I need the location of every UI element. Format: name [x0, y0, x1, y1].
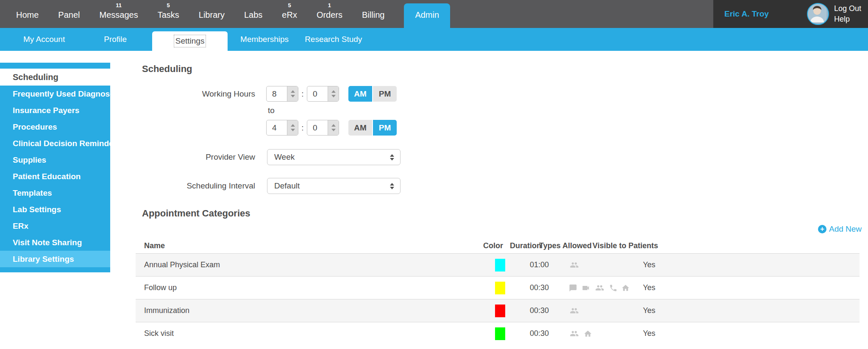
sidebar-item-clinical-decision-reminders[interactable]: Clinical Decision Reminders — [0, 135, 110, 152]
end-am-button[interactable]: AM — [348, 120, 372, 136]
top-nav-bar: Home Panel 11 Messages 5 Tasks Library L… — [0, 0, 868, 28]
home-visit-icon — [621, 284, 630, 292]
appointment-categories-title: Appointment Categories — [142, 208, 250, 219]
logout-link[interactable]: Log Out — [834, 3, 861, 14]
nav-item-library[interactable]: Library — [199, 0, 225, 28]
admin-settings-page: { "colors": { "accent_blue": "#29ABE2", … — [0, 0, 868, 349]
spin-down-icon[interactable] — [291, 95, 295, 97]
nav-badge — [199, 2, 225, 9]
sidebar-top-strip — [0, 63, 110, 69]
sidebar-item-supplies[interactable]: Supplies — [0, 152, 110, 168]
category-duration: 00:30 — [530, 322, 549, 345]
current-user-name[interactable]: Eric A. Troy — [724, 9, 769, 19]
end-minute-stepper[interactable]: 0 — [307, 120, 339, 136]
end-pm-button[interactable]: PM — [373, 120, 397, 136]
nav-item-billing[interactable]: Billing — [362, 0, 384, 28]
spin-down-icon[interactable] — [331, 95, 336, 97]
category-visible: Yes — [643, 322, 655, 345]
nav-item-admin-active[interactable]: Admin — [404, 3, 450, 28]
start-am-button[interactable]: AM — [348, 86, 372, 102]
tab-memberships[interactable]: Memberships — [240, 35, 289, 44]
end-hour-stepper[interactable]: 4 — [266, 120, 298, 136]
nav-item-tasks[interactable]: 5 Tasks — [158, 0, 179, 28]
spin-up-icon[interactable] — [291, 90, 295, 93]
provider-view-select[interactable]: Week — [267, 149, 401, 165]
tab-my-account[interactable]: My Account — [23, 35, 65, 44]
category-color-swatch — [495, 259, 505, 271]
sidebar-item-templates[interactable]: Templates — [0, 185, 110, 201]
start-hour-stepper[interactable]: 8 — [266, 86, 298, 102]
nav-item-labs[interactable]: Labs — [244, 0, 262, 28]
user-avatar[interactable] — [807, 3, 829, 25]
tasks-count-badge: 5 — [158, 2, 179, 9]
sidebar-item-scheduling[interactable]: Scheduling — [0, 69, 110, 86]
office-visit-people-icon — [569, 306, 580, 315]
sidebar-item-procedures[interactable]: Procedures — [0, 119, 110, 135]
settings-sidebar: Scheduling Frequently Used Diagnoses Ins… — [0, 63, 110, 272]
sidebar-item-patient-education[interactable]: Patient Education — [0, 168, 110, 185]
admin-sub-nav: My Account Profile Settings Memberships … — [0, 28, 868, 51]
start-minute-stepper[interactable]: 0 — [307, 86, 339, 102]
sidebar-item-erx[interactable]: ERx — [0, 218, 110, 234]
message-bubble-icon — [569, 284, 577, 292]
office-visit-people-icon — [569, 260, 580, 269]
nav-badge — [16, 2, 39, 9]
sidebar-item-visit-note-sharing[interactable]: Visit Note Sharing — [0, 234, 110, 251]
tab-settings-active[interactable]: Settings — [152, 31, 228, 51]
add-new-button[interactable]: + Add New — [818, 224, 862, 234]
nav-item-orders[interactable]: 1 Orders — [317, 0, 342, 28]
category-visible: Yes — [643, 254, 655, 276]
category-color-swatch — [495, 282, 505, 294]
avatar-silhouette — [808, 4, 826, 22]
erx-count-badge: 5 — [282, 2, 297, 9]
nav-item-erx[interactable]: 5 eRx — [282, 0, 297, 28]
category-row-sick-visit[interactable]: Sick visit 00:30 Yes — [136, 322, 860, 345]
plus-circle-icon: + — [818, 225, 826, 233]
category-name: Annual Physical Exam — [144, 254, 220, 276]
category-row-immunization[interactable]: Immunization 00:30 Yes — [136, 299, 860, 322]
column-header-visible-to-patients: Visible to Patients — [593, 238, 658, 253]
office-visit-people-icon — [594, 283, 605, 292]
category-row-follow-up[interactable]: Follow up 00:30 Yes — [136, 276, 860, 299]
category-name: Follow up — [144, 277, 177, 299]
category-visible: Yes — [643, 277, 655, 299]
category-duration: 00:30 — [530, 299, 549, 322]
nav-item-home[interactable]: Home — [16, 0, 39, 28]
sidebar-item-library-settings[interactable]: Library Settings — [0, 251, 110, 267]
category-row-annual-physical-exam[interactable]: Annual Physical Exam 01:00 Yes — [136, 253, 860, 276]
start-pm-button[interactable]: PM — [373, 86, 397, 102]
start-hour-spin-buttons[interactable] — [287, 86, 298, 101]
working-hours-label: Working Hours — [144, 86, 255, 102]
nav-badge — [362, 2, 384, 9]
end-minute-spin-buttons[interactable] — [328, 120, 339, 135]
sidebar-item-insurance-payers[interactable]: Insurance Payers — [0, 102, 110, 119]
spin-up-icon[interactable] — [331, 90, 336, 93]
office-visit-people-icon — [569, 329, 580, 338]
tab-research-study[interactable]: Research Study — [305, 35, 362, 44]
spin-down-icon[interactable] — [331, 129, 336, 131]
tab-profile[interactable]: Profile — [104, 35, 127, 44]
sidebar-item-lab-settings[interactable]: Lab Settings — [0, 201, 110, 218]
scheduling-section-title: Scheduling — [142, 64, 192, 75]
phone-call-icon — [609, 284, 618, 292]
column-header-duration: Duration — [510, 238, 541, 253]
session-links: Log Out Help — [834, 3, 861, 25]
start-minute-spin-buttons[interactable] — [328, 86, 339, 101]
end-hour-spin-buttons[interactable] — [287, 120, 298, 135]
messages-count-badge: 11 — [100, 2, 138, 9]
category-duration: 00:30 — [530, 277, 549, 299]
end-hour-value: 4 — [267, 120, 287, 135]
spin-down-icon[interactable] — [291, 129, 295, 131]
help-link[interactable]: Help — [834, 14, 861, 25]
nav-item-messages[interactable]: 11 Messages — [100, 0, 138, 28]
category-name: Immunization — [144, 299, 189, 322]
nav-item-panel[interactable]: Panel — [58, 0, 80, 28]
spin-up-icon[interactable] — [291, 124, 295, 127]
column-header-color: Color — [483, 238, 503, 253]
scheduling-interval-select[interactable]: Default — [267, 178, 401, 194]
categories-table-header: Name Color Duration Types Allowed Visibl… — [136, 238, 860, 253]
category-color-swatch — [495, 327, 505, 340]
provider-view-label: Provider View — [144, 149, 255, 165]
spin-up-icon[interactable] — [331, 124, 336, 127]
sidebar-item-frequently-used-diagnoses[interactable]: Frequently Used Diagnoses — [0, 86, 110, 102]
